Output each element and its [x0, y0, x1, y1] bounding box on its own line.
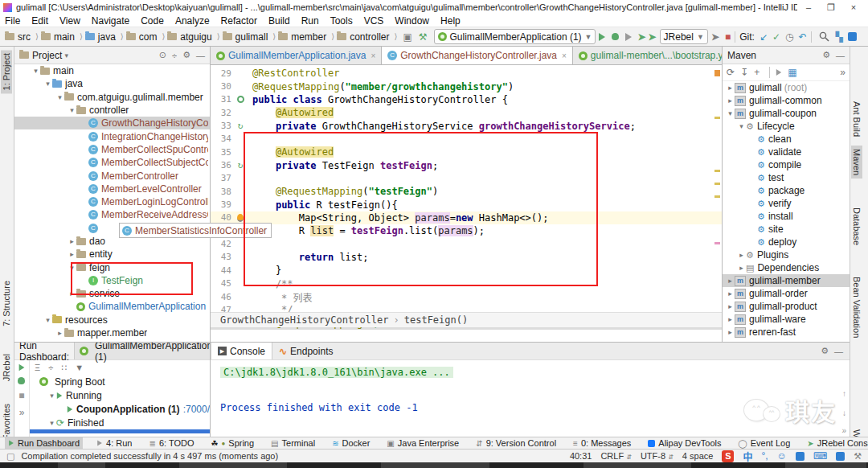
- toolwindow-button-6: TODO[interactable]: ≣6: TODO: [145, 437, 197, 450]
- ime-keyboard-icon[interactable]: ⌨: [813, 450, 827, 462]
- ime-language-indicator[interactable]: 中: [743, 450, 752, 463]
- run-button[interactable]: [599, 33, 605, 41]
- recent-locations-icon[interactable]: ▚: [836, 31, 843, 43]
- menu-edit[interactable]: Edit: [31, 15, 48, 27]
- toolwindow-tab-ant-build[interactable]: Ant Build: [851, 98, 862, 140]
- tree-chevron-icon[interactable]: ▸: [726, 84, 735, 92]
- code-line-35[interactable]: 35 @Autowired: [211, 146, 722, 158]
- toolwindow-button-4: Run[interactable]: 4: Run: [93, 437, 135, 450]
- breadcrumb-item-member[interactable]: member: [278, 31, 326, 43]
- git-update-icon[interactable]: ↙: [760, 31, 768, 43]
- tree-chevron-icon[interactable]: ▾: [47, 419, 56, 427]
- breadcrumb-item-src[interactable]: src: [5, 31, 31, 43]
- menu-code[interactable]: Code: [141, 15, 164, 27]
- code-line-30[interactable]: 30@RequestMapping("member/growthchangehi…: [211, 80, 722, 92]
- more-icon[interactable]: »: [840, 67, 845, 78]
- maven-item-Dependencies[interactable]: ▸▤Dependencies: [723, 261, 850, 274]
- encoding-select[interactable]: UTF-8 ⇵: [641, 451, 674, 461]
- code-editor[interactable]: GrowthChangeHistoryController › testFeig…: [211, 65, 722, 327]
- toolwindow-tab-database[interactable]: Database: [851, 204, 862, 248]
- toolwindow-button-Docker[interactable]: ≋Docker: [329, 437, 373, 450]
- breadcrumb-item-java[interactable]: java: [85, 31, 116, 43]
- run-configuration-select[interactable]: GulimallMemberApplication (1) ▼: [434, 29, 596, 44]
- git-commit-icon[interactable]: ✓: [772, 31, 780, 43]
- toolwindow-button-9: Version Control[interactable]: ⇵9: Version Control: [473, 437, 559, 450]
- tree-chevron-icon[interactable]: ▾: [68, 264, 76, 272]
- stop-button[interactable]: ■: [18, 390, 24, 401]
- tree-item-hover-overlay[interactable]: C MemberStatisticsInfoController: [119, 223, 272, 238]
- close-button[interactable]: ×: [842, 2, 865, 12]
- editor-tab-GrowthChangeHistoryController.java[interactable]: CGrowthChangeHistoryController.java×: [382, 47, 573, 64]
- menu-file[interactable]: File: [5, 15, 20, 27]
- toolwindow-button-Alipay DevTools[interactable]: Alipay DevTools: [645, 437, 724, 450]
- tree-chevron-icon[interactable]: ▸: [726, 96, 735, 105]
- breadcrumb-item-com[interactable]: com: [126, 31, 158, 43]
- console-output[interactable]: C:\jdk1.8\jdk1.8.0_161\bin\java.exe ... …: [211, 360, 850, 420]
- tree-item-entity[interactable]: ▸entity: [14, 248, 210, 261]
- minimize-button[interactable]: –: [797, 2, 820, 12]
- tree-chevron-icon[interactable]: ▸: [726, 277, 735, 285]
- maven-item-deploy[interactable]: ⚙deploy: [723, 236, 850, 248]
- editor-tab-GulimallMemberApplication.java[interactable]: GulimallMemberApplication.java×: [211, 47, 382, 64]
- menu-help[interactable]: Help: [440, 15, 461, 27]
- toolwindow-switcher-icon[interactable]: ▢: [6, 451, 14, 462]
- run-item-Spring Boot[interactable]: Spring Boot: [30, 375, 210, 388]
- run-item-Finished[interactable]: ▾⟳Finished: [30, 416, 210, 429]
- git-history-icon[interactable]: ◷: [785, 31, 793, 43]
- chevron-down-icon[interactable]: ▾: [62, 51, 71, 60]
- gear-icon[interactable]: ⚙: [822, 50, 830, 60]
- tab-console[interactable]: ▶ Console: [211, 343, 272, 359]
- code-line-34[interactable]: 34: [211, 133, 722, 146]
- jrebel-select[interactable]: JRebel ▼: [660, 29, 708, 44]
- code-line-41[interactable]: 41 R list = testFeign.list(params);: [211, 224, 722, 237]
- tree-chevron-icon[interactable]: ▾: [43, 316, 52, 324]
- menu-view[interactable]: View: [59, 15, 80, 27]
- git-rollback-icon[interactable]: ↶: [798, 31, 806, 43]
- maven-item-compile[interactable]: ⚙compile: [723, 158, 850, 171]
- tree-chevron-icon[interactable]: ▾: [68, 106, 76, 114]
- toolwindow-tab-maven[interactable]: Maven: [851, 146, 862, 179]
- taskbar-segment[interactable]: [583, 462, 693, 468]
- code-line-36[interactable]: 36↻ private TestFeign testFeign;: [211, 158, 722, 171]
- code-line-37[interactable]: 37: [211, 172, 722, 185]
- code-line-38[interactable]: 38 @RequestMapping("testFeign"): [211, 185, 722, 198]
- code-line-45[interactable]: 45 /**: [211, 277, 722, 290]
- tab-endpoints[interactable]: ∿ Endpoints: [272, 343, 339, 359]
- toolwindow-icon[interactable]: ▣: [403, 31, 411, 43]
- maven-item-Plugins[interactable]: ▸⚙Plugins: [723, 248, 850, 261]
- toolwindow-button-Spring[interactable]: ☘●Spring: [207, 437, 257, 450]
- tree-chevron-icon[interactable]: ▸: [726, 328, 735, 336]
- breadcrumb-item-controller[interactable]: controller: [337, 31, 389, 43]
- line-ending-select[interactable]: CRLF ⇵: [600, 451, 632, 461]
- caret-position[interactable]: 40:31: [570, 451, 592, 461]
- tree-item-feign[interactable]: ▾feign: [14, 261, 210, 273]
- tree-chevron-icon[interactable]: ▸: [55, 329, 64, 337]
- tree-item-MemberController[interactable]: CMemberController: [14, 169, 210, 182]
- tree-chevron-icon[interactable]: ▾: [31, 67, 40, 75]
- toolwindow-button-Java Enterprise[interactable]: ▣Java Enterprise: [383, 437, 462, 450]
- menu-navigate[interactable]: Navigate: [92, 15, 129, 27]
- maven-item-gulimall[interactable]: ▸mgulimall(root): [723, 81, 850, 94]
- code-line-32[interactable]: 32 @Autowired: [211, 106, 722, 119]
- expand-all-icon[interactable]: Ξ: [35, 363, 40, 372]
- maven-item-verify[interactable]: ⚙verify: [723, 197, 850, 210]
- debug-button[interactable]: [612, 33, 619, 40]
- filter-icon[interactable]: ▼: [75, 363, 84, 372]
- tree-item-GrowthChangeHistoryController[interactable]: CGrowthChangeHistoryController: [14, 117, 210, 129]
- search-icon[interactable]: [819, 31, 829, 42]
- build-hammer-icon[interactable]: ⚒: [419, 31, 428, 43]
- hide-panel-icon[interactable]: —: [834, 347, 843, 356]
- maven-item-gulimall-product[interactable]: ▸mgulimall-product: [723, 300, 850, 313]
- code-line-31[interactable]: 31public class GrowthChangeHistoryContro…: [211, 93, 722, 106]
- menu-refactor[interactable]: Refactor: [221, 15, 257, 27]
- maven-settings-icon[interactable]: ▦: [788, 67, 796, 78]
- taskbar-segment[interactable]: [58, 462, 107, 468]
- debug-button[interactable]: [18, 377, 25, 384]
- maven-item-test[interactable]: ⚙test: [723, 171, 850, 184]
- tree-item-MemberReceiveAddressController[interactable]: CMemberReceiveAddressController: [14, 208, 210, 221]
- locate-file-icon[interactable]: ⊙: [159, 50, 166, 60]
- ime-punctuation-icon[interactable]: °,: [761, 450, 768, 462]
- tree-item-IntegrationChangeHistoryController[interactable]: CIntegrationChangeHistoryController: [14, 129, 210, 142]
- more-icon[interactable]: »: [841, 426, 846, 435]
- run-dashboard-tab[interactable]: GulimallMemberApplication (1): [74, 343, 211, 359]
